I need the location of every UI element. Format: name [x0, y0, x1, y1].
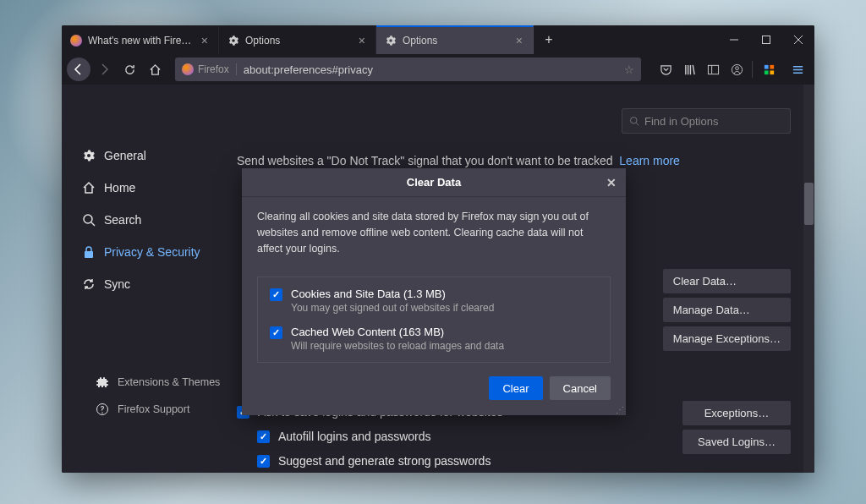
- sidebar-item-support[interactable]: Firefox Support: [89, 397, 237, 422]
- maximize-button[interactable]: [750, 25, 782, 54]
- dialog-description: Clearing all cookies and site data store…: [242, 197, 626, 268]
- sidebar-item-sync[interactable]: Sync: [75, 269, 237, 299]
- firefox-icon: [182, 63, 194, 75]
- help-icon: [96, 403, 109, 416]
- url-text: about:preferences#privacy: [244, 63, 617, 76]
- manage-data-button[interactable]: Manage Data…: [663, 298, 791, 322]
- exceptions-button[interactable]: Exceptions…: [682, 401, 791, 425]
- svg-rect-6: [764, 70, 768, 74]
- navbar: Firefox about:preferences#privacy ☆: [62, 54, 814, 85]
- option-label: Cookies and Site Data (1.3 MB): [291, 288, 494, 300]
- dialog-options: Cookies and Site Data (1.3 MB) You may g…: [257, 277, 611, 363]
- svg-rect-5: [770, 64, 774, 68]
- tab-options-2[interactable]: Options ×: [376, 25, 534, 54]
- bookmark-star-icon[interactable]: ☆: [624, 63, 634, 76]
- identity-box[interactable]: Firefox: [182, 63, 237, 75]
- lock-icon: [82, 245, 96, 259]
- back-button[interactable]: [67, 58, 90, 81]
- close-tab-icon[interactable]: ×: [355, 33, 369, 48]
- sidebar-item-label: Home: [104, 181, 135, 194]
- svg-point-8: [84, 215, 92, 223]
- scrollbar-thumb[interactable]: [804, 183, 814, 225]
- url-bar[interactable]: Firefox about:preferences#privacy ☆: [175, 58, 641, 81]
- tab-whats-new[interactable]: What's new with Firefox ×: [62, 25, 219, 54]
- library-icon[interactable]: [678, 58, 700, 81]
- tab-label: Options: [245, 35, 280, 47]
- sidebar-item-extensions[interactable]: Extensions & Themes: [89, 370, 237, 395]
- puzzle-icon: [96, 375, 109, 389]
- pocket-icon[interactable]: [655, 58, 677, 81]
- checkbox-icon: [257, 455, 270, 468]
- reload-button[interactable]: [118, 58, 141, 81]
- svg-rect-4: [764, 64, 768, 68]
- clear-data-dialog: Clear Data ✕ Clearing all cookies and si…: [242, 168, 626, 415]
- resize-handle[interactable]: ⋰: [616, 405, 624, 414]
- manage-exceptions-button[interactable]: Manage Exceptions…: [663, 326, 791, 351]
- tab-label: Options: [403, 35, 437, 47]
- gear-icon: [82, 149, 96, 162]
- sidebar-item-privacy[interactable]: Privacy & Security: [75, 237, 237, 267]
- sidebar-item-home[interactable]: Home: [75, 173, 237, 203]
- learn-more-link[interactable]: Learn more: [619, 154, 680, 167]
- sidebar-item-label: Sync: [104, 277, 130, 291]
- sidebar-item-search[interactable]: Search: [75, 205, 237, 235]
- svg-rect-7: [770, 70, 774, 74]
- svg-rect-0: [763, 36, 770, 44]
- dialog-title: Clear Data: [407, 176, 461, 189]
- autofill-logins-checkbox[interactable]: Autofill logins and passwords: [257, 425, 502, 447]
- suggest-passwords-checkbox[interactable]: Suggest and generate strong passwords: [257, 450, 502, 472]
- dialog-titlebar: Clear Data ✕: [242, 168, 626, 197]
- checkbox-icon: [257, 430, 270, 443]
- cancel-button[interactable]: Cancel: [550, 376, 611, 400]
- close-window-button[interactable]: [782, 25, 814, 54]
- option-sublabel: You may get signed out of websites if cl…: [291, 302, 494, 314]
- firefox-window: What's new with Firefox × Options × Opti…: [62, 25, 814, 473]
- svg-rect-9: [85, 251, 93, 258]
- tab-label: What's new with Firefox: [88, 35, 192, 47]
- sync-icon: [82, 277, 96, 291]
- preferences-content: General Home Search Privacy & Security S…: [62, 85, 814, 473]
- dialog-close-button[interactable]: ✕: [602, 173, 621, 192]
- sidebar-item-label: Firefox Support: [118, 403, 189, 415]
- sidebar-toggle-icon[interactable]: [702, 58, 724, 81]
- preferences-sidebar: General Home Search Privacy & Security S…: [62, 85, 237, 473]
- svg-point-11: [631, 118, 638, 124]
- tab-options-1[interactable]: Options ×: [219, 25, 376, 54]
- minimize-button[interactable]: [718, 25, 750, 54]
- clear-data-button[interactable]: Clear Data…: [663, 269, 791, 293]
- sidebar-item-general[interactable]: General: [75, 140, 237, 171]
- sidebar-item-label: Extensions & Themes: [118, 376, 220, 388]
- find-in-options-input[interactable]: Find in Options: [622, 108, 791, 134]
- titlebar: What's new with Firefox × Options × Opti…: [62, 25, 814, 54]
- close-tab-icon[interactable]: ×: [198, 33, 211, 48]
- extension-icon[interactable]: [757, 58, 781, 81]
- new-tab-button[interactable]: +: [534, 25, 564, 54]
- sidebar-item-label: General: [104, 149, 146, 162]
- firefox-icon: [70, 35, 82, 47]
- gear-icon: [385, 35, 397, 47]
- cookies-option[interactable]: Cookies and Site Data (1.3 MB) You may g…: [270, 288, 598, 314]
- option-sublabel: Will require websites to reload images a…: [291, 340, 504, 352]
- scrollbar[interactable]: [803, 85, 814, 473]
- svg-rect-1: [708, 65, 718, 74]
- search-icon: [629, 116, 639, 126]
- sidebar-item-label: Search: [104, 213, 141, 227]
- saved-logins-button[interactable]: Saved Logins…: [682, 430, 791, 454]
- dialog-footer: Clear Cancel: [242, 363, 626, 415]
- cache-option[interactable]: Cached Web Content (163 MB) Will require…: [270, 326, 598, 352]
- window-controls: [718, 25, 814, 54]
- checkbox-icon: [270, 288, 282, 301]
- sidebar-item-label: Privacy & Security: [104, 245, 200, 259]
- clear-button[interactable]: Clear: [489, 376, 542, 400]
- account-icon[interactable]: [726, 58, 748, 81]
- checkbox-icon: [270, 326, 282, 339]
- search-icon: [82, 213, 96, 227]
- close-tab-icon[interactable]: ×: [512, 33, 526, 48]
- forward-button[interactable]: [92, 58, 116, 81]
- home-button[interactable]: [143, 58, 167, 81]
- home-icon: [82, 181, 96, 194]
- svg-point-3: [735, 66, 738, 69]
- gear-icon: [227, 35, 239, 47]
- option-label: Cached Web Content (163 MB): [291, 326, 504, 338]
- menu-button[interactable]: [786, 58, 809, 81]
